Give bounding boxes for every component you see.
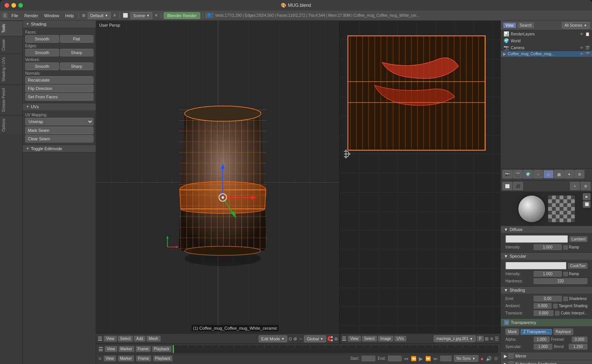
diffuse-intensity-value[interactable]: 1.000 — [534, 244, 562, 250]
diffuse-header[interactable]: ▼ Diffuse — [501, 226, 592, 233]
outliner-item-world[interactable]: 🌍 World — [501, 37, 592, 44]
snapping-icon[interactable]: 🧲 — [327, 336, 333, 342]
diffuse-color[interactable] — [505, 235, 568, 243]
image-dropdown[interactable]: mazinga_z.jpg.001 ▼ — [434, 335, 476, 342]
mirror-enable[interactable] — [508, 353, 514, 359]
specular-color[interactable] — [505, 262, 566, 269]
outliner-item-mug[interactable]: ▶ Coffee_mug_Coffee_mug... 👁 🎬 — [501, 51, 592, 57]
menu-window[interactable]: Window — [42, 13, 61, 19]
fresnel-value[interactable]: 0.000 — [572, 337, 588, 342]
edges-smooth-button[interactable]: Smooth — [25, 49, 59, 56]
mode-dropdown[interactable]: Edit Mode ▼ — [259, 335, 287, 342]
subsurface-enable[interactable] — [508, 361, 514, 364]
diffuse-shader-dropdown[interactable]: Lambert — [569, 236, 587, 242]
specular-shader-dropdown[interactable]: CookTorr — [568, 263, 587, 269]
mug-expand-icon[interactable]: ▶ — [503, 52, 506, 56]
outliner-item-renderlayers[interactable]: 📊 RenderLayers 👁 📋 — [501, 30, 592, 37]
viewport-icon-2[interactable]: ⊕ — [293, 336, 297, 342]
view-menu-3d[interactable]: View — [104, 336, 117, 342]
viewport-icon-1[interactable]: ⊙ — [288, 336, 292, 342]
select-menu-3d[interactable]: Select — [118, 336, 133, 342]
record-btn[interactable]: ● — [481, 356, 484, 362]
sync-btn[interactable]: ⚙ — [494, 356, 498, 361]
view-menu-uv[interactable]: View — [348, 336, 361, 342]
sidebar-tab-options[interactable]: Options — [0, 115, 23, 135]
start-frame-input[interactable]: 1 — [362, 356, 375, 361]
emit-value[interactable]: 0.00 — [534, 296, 562, 301]
camera-eye[interactable]: 👁 — [580, 46, 584, 50]
uv-icon-3[interactable]: ☰ — [495, 336, 499, 342]
mat-tab-texture[interactable]: ▦ — [554, 170, 564, 178]
mat-tab-particles[interactable]: ✦ — [564, 170, 574, 178]
select-menu-uv[interactable]: Select — [362, 336, 377, 342]
add-menu-3d[interactable]: Add — [134, 336, 145, 342]
recalculate-button[interactable]: Recalculate — [25, 76, 93, 84]
timeline-frame-menu[interactable]: Frame — [136, 346, 151, 352]
flip-direction-button[interactable]: Flip Direction — [25, 85, 93, 92]
info-icon[interactable]: ℹ — [2, 13, 8, 18]
info-playback-btn[interactable]: Playback — [153, 356, 173, 361]
mirror-header[interactable]: ▶ Mirror — [501, 352, 592, 360]
info-marker-btn[interactable]: Marker — [118, 356, 134, 361]
renderlayers-cam[interactable]: 📋 — [585, 32, 590, 36]
hardness-value[interactable]: 220 — [534, 278, 587, 284]
play-btn[interactable]: ▶ — [419, 356, 423, 362]
timeline-view-menu[interactable]: View — [105, 346, 117, 352]
specular-ramp-check[interactable] — [563, 272, 568, 276]
render-engine-dropdown[interactable]: Blender Render — [164, 12, 200, 19]
sidebar-tab-grease[interactable]: Grease Pencil — [0, 85, 23, 115]
mark-seam-button[interactable]: Mark Seam — [25, 127, 93, 134]
shading-props-header[interactable]: ▼ Shading — [501, 287, 592, 293]
info-view-btn[interactable]: View — [104, 356, 116, 361]
menu-help[interactable]: Help — [63, 13, 76, 19]
info-frame-btn[interactable]: Frame — [136, 356, 151, 361]
close-button[interactable] — [5, 3, 9, 8]
mat-settings-icon[interactable]: ⚙ — [581, 182, 590, 190]
flat-button[interactable]: Flat — [60, 35, 94, 43]
mug-eye[interactable]: 👁 — [580, 52, 584, 56]
verts-sharp-button[interactable]: Sharp — [60, 63, 94, 70]
transparency-header[interactable]: ✓ Transparency — [501, 319, 592, 326]
timeline-marker-menu[interactable]: Marker — [119, 346, 134, 352]
pivot-dropdown[interactable]: Global ▼ — [304, 335, 326, 342]
sidebar-tab-tools[interactable]: Tools — [0, 21, 23, 36]
end-frame-input[interactable]: 250 — [388, 356, 402, 361]
view-btn[interactable]: View — [503, 22, 516, 28]
window-controls[interactable] — [5, 3, 23, 8]
viewport-menu-icon[interactable]: ☰ — [98, 336, 103, 342]
specular-transp-value[interactable]: 1.000 — [534, 344, 552, 350]
viewport-icon-3[interactable]: ↔ — [298, 336, 303, 342]
sidebar-tab-create[interactable]: Create — [0, 36, 23, 54]
minimize-button[interactable] — [11, 3, 16, 8]
transluce-value[interactable]: 0.000 — [534, 310, 553, 316]
z-transp-btn[interactable]: Z Transparen... — [521, 329, 552, 335]
shading-header[interactable]: ▼ Shading — [23, 21, 96, 27]
current-frame-input[interactable]: 1 — [440, 356, 452, 361]
viewport-uv[interactable]: ☰ View Select Image UVs mazinga_z.jpg.00… — [340, 21, 500, 343]
viewport-3d[interactable]: User Persp — [96, 21, 340, 343]
jump-end-btn[interactable]: ⏩ — [425, 356, 431, 361]
mat-tab-world[interactable]: 🌍 — [523, 170, 533, 178]
search-btn[interactable]: Search — [518, 22, 534, 28]
shadeless-check[interactable] — [563, 297, 568, 301]
camera-render[interactable]: 🎬 — [585, 46, 590, 50]
ramp-check[interactable] — [563, 245, 568, 250]
prev-keyframe-btn[interactable]: ⏮ — [404, 356, 409, 361]
timeline-ruler[interactable] — [173, 345, 498, 353]
raytrace-btn[interactable]: Raytrace — [553, 329, 573, 335]
all-scenes-dropdown[interactable]: All Scenes ▼ — [562, 22, 590, 29]
set-from-faces-button[interactable]: Set From Faces — [25, 93, 93, 101]
specular-header[interactable]: ▼ Specular — [501, 253, 592, 260]
blend-value[interactable]: 1.250 — [569, 344, 587, 350]
specular-intensity-value[interactable]: 1.000 — [534, 271, 562, 277]
mat-flat-icon[interactable]: ⬛ — [513, 182, 523, 190]
sync-dropdown[interactable]: No Sync ▼ — [454, 355, 478, 362]
mat-add-icon[interactable]: + — [570, 182, 580, 190]
mat-ctrl-1[interactable]: ▶ — [583, 193, 590, 200]
clear-seam-button[interactable]: Clear Seam — [25, 135, 93, 143]
maximize-button[interactable] — [18, 3, 23, 8]
scene-dropdown[interactable]: Scene ▼ — [130, 12, 152, 19]
cubic-check[interactable] — [555, 311, 560, 316]
next-keyframe-btn[interactable]: ⏭ — [433, 356, 438, 361]
renderlayers-eye[interactable]: 👁 — [580, 32, 584, 36]
